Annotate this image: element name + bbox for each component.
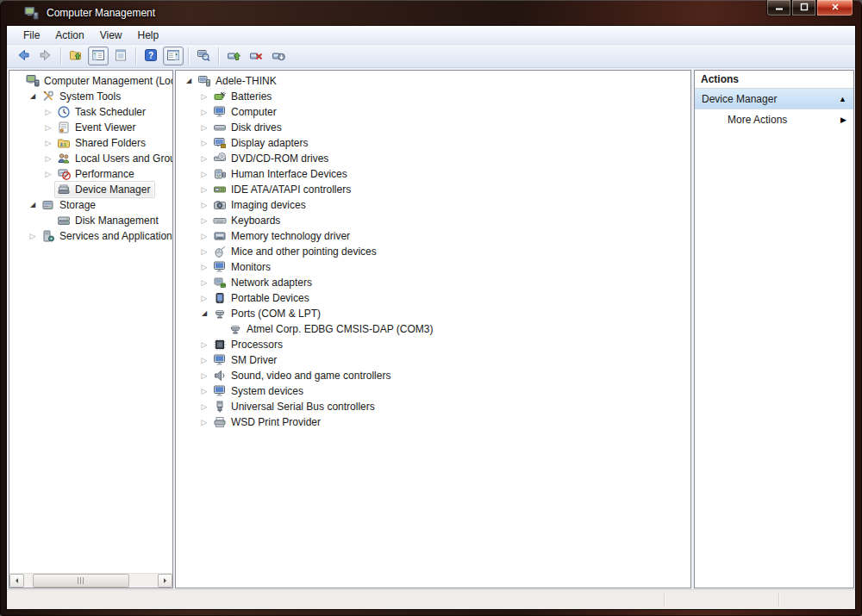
action-group-device-manager[interactable]: Device Manager ▲ bbox=[695, 89, 853, 109]
menu-file[interactable]: File bbox=[16, 27, 47, 44]
tree-item[interactable]: Atmel Corp. EDBG CMSIS-DAP (COM3) bbox=[176, 321, 690, 337]
action-group-label: Device Manager bbox=[702, 93, 839, 105]
tree-item[interactable]: ▷Batteries bbox=[176, 89, 690, 104]
tree-item[interactable]: ▷Network adapters bbox=[176, 275, 690, 290]
tree-item-content: Keyboards bbox=[210, 212, 285, 229]
expander-collapsed-icon[interactable]: ▷ bbox=[198, 89, 210, 104]
expander-collapsed-icon[interactable]: ▷ bbox=[198, 275, 210, 290]
show-console-tree-button[interactable] bbox=[88, 47, 109, 65]
uninstall-device-button[interactable] bbox=[246, 47, 266, 65]
scroll-left-button[interactable] bbox=[9, 574, 24, 588]
tree-item[interactable]: ▷DVD/CD-ROM drives bbox=[176, 151, 690, 166]
tree-item[interactable]: ▷Imaging devices bbox=[176, 197, 690, 213]
tree-item[interactable]: ▷Processors bbox=[176, 337, 690, 352]
scroll-right-button[interactable] bbox=[158, 574, 172, 588]
tree-item[interactable]: ▷Local Users and Groups bbox=[9, 151, 172, 166]
pc-icon bbox=[197, 74, 211, 88]
tree-item[interactable]: ◢Adele-THINK bbox=[176, 73, 690, 89]
tree-item[interactable]: ▷IDE ATA/ATAPI controllers bbox=[176, 182, 690, 197]
expander-collapsed-icon[interactable]: ▷ bbox=[198, 414, 210, 430]
expander-collapsed-icon[interactable]: ▷ bbox=[198, 368, 210, 383]
tree-item[interactable]: ▷Services and Applications bbox=[9, 228, 172, 244]
update-driver-button[interactable] bbox=[223, 47, 244, 65]
expander-collapsed-icon[interactable]: ▷ bbox=[198, 151, 210, 166]
expander-collapsed-icon[interactable]: ▷ bbox=[198, 228, 210, 244]
tree-item[interactable]: ▷Monitors bbox=[176, 259, 690, 275]
tree-item[interactable]: ▷Shared Folders bbox=[9, 135, 172, 151]
up-level-button[interactable] bbox=[66, 47, 86, 65]
tree-item[interactable]: ▷Universal Serial Bus controllers bbox=[176, 399, 690, 414]
tree-item[interactable]: ▷Memory technology driver bbox=[176, 228, 690, 244]
expander-collapsed-icon[interactable]: ▷ bbox=[198, 399, 210, 414]
scrollbar-thumb[interactable] bbox=[33, 574, 129, 588]
tree-item-content: Services and Applications bbox=[39, 227, 173, 245]
tree-item[interactable]: Disk Management bbox=[9, 213, 172, 228]
tree-item[interactable]: ▷System devices bbox=[176, 383, 690, 399]
expander-expanded-icon[interactable]: ◢ bbox=[27, 197, 39, 213]
expander-collapsed-icon[interactable]: ▷ bbox=[198, 104, 210, 120]
expander-expanded-icon[interactable]: ◢ bbox=[183, 73, 195, 89]
tree-item[interactable]: ▷Event Viewer bbox=[9, 120, 172, 135]
dvd-icon bbox=[213, 152, 227, 165]
scrollbar-track[interactable] bbox=[24, 574, 158, 588]
disable-device-button[interactable] bbox=[268, 47, 289, 65]
help-button[interactable]: ? bbox=[141, 47, 161, 65]
tree-item[interactable]: ▷Task Scheduler bbox=[9, 104, 172, 120]
device-manager-icon bbox=[57, 183, 71, 196]
tree-item[interactable]: ▷Performance bbox=[9, 166, 172, 182]
scan-hardware-changes-button[interactable] bbox=[193, 47, 214, 65]
tree-item[interactable]: ▷Computer bbox=[176, 104, 690, 120]
expander-collapsed-icon[interactable]: ▷ bbox=[42, 151, 54, 166]
tree-item[interactable]: ▷Keyboards bbox=[176, 213, 690, 228]
expander-collapsed-icon[interactable]: ▷ bbox=[198, 166, 210, 182]
expander-collapsed-icon[interactable]: ▷ bbox=[198, 244, 210, 259]
close-button[interactable] bbox=[816, 0, 853, 16]
back-button[interactable] bbox=[13, 47, 34, 65]
expander-collapsed-icon[interactable]: ▷ bbox=[198, 135, 210, 151]
tree-item[interactable]: ◢Ports (COM & LPT) bbox=[176, 306, 690, 321]
expander-collapsed-icon[interactable]: ▷ bbox=[198, 182, 210, 197]
tree-item[interactable]: Device Manager bbox=[9, 182, 172, 197]
tree-item[interactable]: ▷Human Interface Devices bbox=[176, 166, 690, 182]
tree-item[interactable]: ▷Portable Devices bbox=[176, 290, 690, 306]
expander-collapsed-icon[interactable]: ▷ bbox=[198, 213, 210, 228]
expander-collapsed-icon[interactable]: ▷ bbox=[198, 290, 210, 306]
expander-collapsed-icon[interactable]: ▷ bbox=[42, 120, 54, 135]
tree-item[interactable]: ◢System Tools bbox=[9, 89, 172, 104]
chevron-up-icon[interactable]: ▲ bbox=[839, 95, 846, 103]
expander-collapsed-icon[interactable]: ▷ bbox=[198, 120, 210, 135]
maximize-button[interactable] bbox=[791, 0, 816, 16]
export-list-button[interactable] bbox=[110, 47, 131, 65]
menu-help[interactable]: Help bbox=[130, 27, 167, 44]
expander-collapsed-icon[interactable]: ▷ bbox=[198, 337, 210, 352]
tree-item[interactable]: ▷Display adapters bbox=[176, 135, 690, 151]
expander-collapsed-icon[interactable]: ▷ bbox=[198, 197, 210, 213]
tree-item-label: Imaging devices bbox=[231, 197, 309, 213]
expander-expanded-icon[interactable]: ◢ bbox=[198, 306, 210, 321]
tree-item[interactable]: Computer Management (Local) bbox=[9, 73, 172, 89]
expander-collapsed-icon[interactable]: ▷ bbox=[42, 135, 54, 151]
horizontal-scrollbar[interactable] bbox=[9, 573, 172, 588]
tree-item-label: Task Scheduler bbox=[75, 104, 148, 120]
tree-item[interactable]: ▷SM Driver bbox=[176, 352, 690, 368]
menu-action[interactable]: Action bbox=[47, 27, 91, 44]
show-action-pane-button[interactable] bbox=[163, 47, 184, 65]
expander-collapsed-icon[interactable]: ▷ bbox=[198, 259, 210, 275]
minimize-button[interactable] bbox=[766, 0, 791, 16]
expander-collapsed-icon[interactable]: ▷ bbox=[198, 383, 210, 399]
action-more-actions[interactable]: More Actions ▶ bbox=[695, 109, 853, 129]
disk-drive-icon bbox=[213, 121, 227, 134]
expander-collapsed-icon[interactable]: ▷ bbox=[42, 166, 54, 182]
tree-item[interactable]: ▷WSD Print Provider bbox=[176, 414, 690, 430]
title-bar[interactable]: Computer Management bbox=[0, 0, 862, 26]
menu-view[interactable]: View bbox=[92, 27, 130, 44]
tree-item[interactable]: ▷Disk drives bbox=[176, 120, 690, 135]
expander-collapsed-icon[interactable]: ▷ bbox=[27, 228, 39, 244]
tree-item[interactable]: ◢Storage bbox=[9, 197, 172, 213]
expander-collapsed-icon[interactable]: ▷ bbox=[198, 352, 210, 368]
tree-item[interactable]: ▷Mice and other pointing devices bbox=[176, 244, 690, 259]
tree-item[interactable]: ▷Sound, video and game controllers bbox=[176, 368, 690, 383]
forward-button[interactable] bbox=[35, 47, 56, 65]
expander-collapsed-icon[interactable]: ▷ bbox=[42, 104, 54, 120]
expander-expanded-icon[interactable]: ◢ bbox=[27, 89, 39, 104]
